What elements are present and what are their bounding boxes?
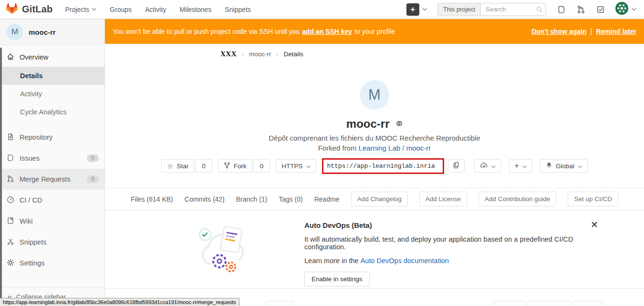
new-item-button[interactable]: +	[406, 3, 419, 16]
readme-partial-button[interactable]	[528, 301, 571, 306]
search-icon	[536, 6, 543, 15]
chevron-down-icon	[578, 163, 582, 170]
project-title: mooc-rr	[346, 117, 390, 130]
clone-url-annotation	[322, 158, 444, 174]
files-link[interactable]: Files (614 KB)	[131, 195, 173, 203]
gitlab-logo-text: GitLab	[22, 4, 53, 15]
issues-icon	[7, 154, 14, 163]
chevron-down-icon	[522, 163, 527, 170]
breadcrumb-separator: ›	[242, 51, 244, 58]
fork-button[interactable]: Fork	[218, 159, 252, 173]
search-scope-label: This project	[437, 3, 480, 16]
todos-icon[interactable]	[596, 5, 605, 14]
star-count-button[interactable]: 0	[195, 159, 212, 173]
branch-link[interactable]: Branch (1)	[236, 195, 267, 203]
project-avatar: M	[360, 80, 389, 110]
sidebar-item-repository[interactable]: Repository	[0, 127, 104, 148]
book-icon	[7, 217, 14, 226]
sidebar-item-activity[interactable]: Activity	[0, 85, 104, 103]
protocol-dropdown[interactable]: HTTPS	[276, 159, 316, 173]
star-button[interactable]: ☆ Star	[161, 159, 194, 173]
readme-partial-button[interactable]	[266, 301, 293, 306]
remind-later-link[interactable]: Remind later	[596, 28, 636, 35]
banner-separator: |	[591, 28, 592, 35]
fork-source-link[interactable]: Learning Lab / mooc-rr	[359, 144, 431, 152]
chevron-down-icon[interactable]	[422, 8, 427, 11]
public-globe-icon	[396, 116, 403, 129]
cloud-download-icon	[480, 162, 488, 170]
auto-devops-text: Auto DevOps (Beta) It will automatically…	[304, 221, 587, 286]
readme-link[interactable]: Readme	[314, 195, 340, 203]
plus-icon: +	[515, 162, 519, 170]
main-content: XXX › mooc-rr › Details M mooc-rr Dépôt …	[105, 44, 644, 306]
sidebar-item-cycle-analytics[interactable]: Cycle Analytics	[0, 103, 104, 121]
project-sidebar: M mooc-rr Overview Details Activity Cycl…	[0, 19, 105, 306]
gitlab-tanuki-icon	[6, 2, 18, 16]
issues-icon[interactable]	[557, 5, 566, 14]
nav-milestones[interactable]: Milestones	[179, 6, 211, 13]
chevron-down-icon[interactable]	[632, 8, 636, 11]
fork-count-button[interactable]: 0	[253, 159, 270, 173]
chevron-down-icon	[491, 163, 496, 170]
download-button[interactable]	[474, 159, 501, 173]
sidebar-scrollbar[interactable]	[0, 48, 2, 299]
commits-link[interactable]: Commits (42)	[185, 195, 225, 203]
top-bar-right: + This project	[406, 2, 636, 17]
new-file-dropdown[interactable]: +	[509, 159, 532, 173]
document-icon	[7, 133, 14, 142]
add-changelog-button[interactable]: Add Changelog	[351, 192, 408, 206]
nav-activity[interactable]: Activity	[145, 6, 166, 13]
user-avatar[interactable]	[615, 2, 628, 17]
ssh-warning-banner: You won't be able to pull or push projec…	[105, 19, 644, 44]
auto-devops-doc-link[interactable]: Auto DevOps documentation	[361, 257, 449, 265]
close-icon[interactable]	[592, 221, 597, 229]
merge-request-icon	[7, 175, 14, 184]
bell-icon	[546, 162, 552, 170]
merge-requests-icon[interactable]	[577, 5, 585, 14]
sidebar-item-wiki[interactable]: Wiki	[0, 211, 104, 232]
readme-partial-button[interactable]	[573, 301, 603, 306]
sidebar-item-overview[interactable]: Overview	[0, 48, 104, 67]
issues-count-badge: 0	[87, 154, 99, 162]
set-up-ci-cd-button[interactable]: Set up CI/CD	[568, 192, 618, 206]
status-bar-url: https://app-learninglab.inria.fr/gitlab/…	[3, 299, 236, 305]
add-ssh-key-link[interactable]: add an SSH key	[302, 28, 352, 35]
project-avatar-small: M	[7, 24, 23, 40]
nav-snippets[interactable]: Snippets	[225, 6, 250, 13]
breadcrumb-separator: ›	[277, 51, 279, 58]
copy-url-button[interactable]	[448, 159, 465, 173]
clone-url-input[interactable]	[323, 160, 443, 173]
auto-devops-learn-more: Learn more in theAuto DevOps documentati…	[304, 257, 587, 265]
star-icon: ☆	[167, 163, 173, 170]
add-license-button[interactable]: Add License	[419, 192, 467, 206]
auto-devops-callout: Auto DevOps (Beta) It will automatically…	[105, 214, 644, 289]
auto-devops-title: Auto DevOps (Beta)	[304, 221, 587, 229]
sidebar-item-ci-cd[interactable]: CI / CD	[0, 190, 104, 211]
fork-icon	[224, 162, 230, 170]
ssh-warning-message: You won't be able to pull or push projec…	[113, 28, 395, 35]
nav-groups[interactable]: Groups	[110, 6, 132, 13]
add-contribution-guide-button[interactable]: Add Contribution guide	[478, 192, 556, 206]
enable-in-settings-button[interactable]: Enable in settings	[304, 272, 370, 286]
sidebar-item-merge-requests[interactable]: Merge Requests 0	[0, 169, 104, 190]
sidebar-item-settings[interactable]: Settings	[0, 253, 104, 274]
dont-show-again-link[interactable]: Don't show again	[531, 28, 586, 35]
breadcrumb-page: Details	[284, 51, 303, 58]
copy-icon	[453, 162, 460, 170]
readme-partial-button[interactable]	[494, 301, 525, 306]
merge-requests-count-badge: 0	[87, 175, 99, 183]
sidebar-project-header[interactable]: M mooc-rr	[0, 19, 104, 45]
nav-projects[interactable]: Projects	[65, 6, 97, 13]
breadcrumb-project[interactable]: mooc-rr	[249, 51, 271, 58]
sidebar-item-snippets[interactable]: Snippets	[0, 232, 104, 253]
project-stats-bar: Files (614 KB) Commits (42) Branch (1) T…	[105, 188, 644, 210]
sidebar-item-issues[interactable]: Issues 0	[0, 148, 104, 169]
sidebar-item-details[interactable]: Details	[0, 67, 104, 85]
gitlab-logo[interactable]: GitLab	[6, 2, 53, 16]
breadcrumb-namespace[interactable]: XXX	[220, 50, 237, 58]
scissors-icon	[7, 238, 14, 247]
notification-dropdown[interactable]: Global	[540, 159, 588, 173]
project-actions-row: ☆ Star 0 Fork 0 HTTPS	[105, 159, 644, 173]
auto-devops-illustration	[195, 217, 253, 278]
tags-link[interactable]: Tags (0)	[279, 195, 303, 203]
